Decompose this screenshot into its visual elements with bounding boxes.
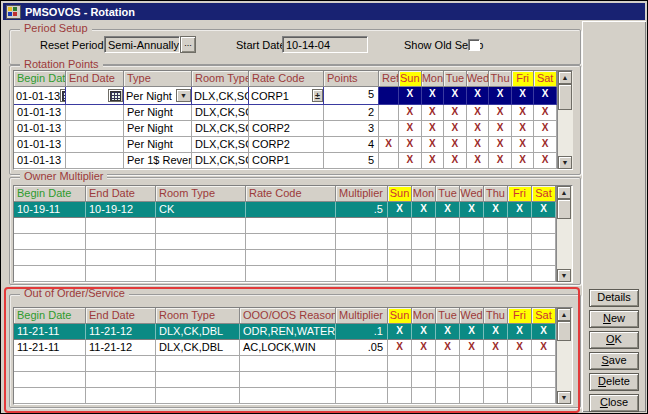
- col-multiplier[interactable]: Multiplier: [336, 186, 388, 202]
- col-room-type[interactable]: Room Type: [156, 186, 246, 202]
- room-type-cell[interactable]: DLX,CK,DBL: [156, 324, 240, 340]
- col-multiplier[interactable]: Multiplier: [336, 308, 388, 324]
- day-cell[interactable]: X: [508, 202, 532, 218]
- multiplier-cell[interactable]: .1: [336, 324, 388, 340]
- end-date-cell[interactable]: [66, 137, 124, 153]
- day-cell[interactable]: X: [508, 340, 532, 356]
- day-cell[interactable]: X: [532, 324, 556, 340]
- day-cell[interactable]: X: [399, 153, 422, 169]
- day-cell[interactable]: X: [422, 153, 445, 169]
- col-room-type[interactable]: Room Type: [156, 308, 240, 324]
- begin-date-cell[interactable]: 01-01-13: [14, 105, 66, 121]
- rotation-row[interactable]: 01-01-13 Per 1$ Revenu DLX,CK,SGK,KI COR…: [14, 153, 557, 169]
- scroll-thumb[interactable]: [557, 199, 571, 219]
- rate-code-field[interactable]: CORP1 ±: [249, 87, 324, 105]
- begin-date-cell[interactable]: 01-01-13: [14, 87, 66, 105]
- type-cell[interactable]: Per 1$ Revenu: [124, 153, 192, 169]
- end-date-cell[interactable]: 11-21-12: [86, 324, 156, 340]
- calendar-icon[interactable]: [108, 89, 123, 102]
- day-cell[interactable]: X: [532, 202, 556, 218]
- begin-date-cell[interactable]: 01-01-13: [14, 121, 66, 137]
- day-cell[interactable]: X: [460, 340, 484, 356]
- day-cell-mon[interactable]: X: [422, 87, 445, 105]
- end-date-cell[interactable]: [66, 87, 124, 105]
- day-cell[interactable]: X: [399, 121, 422, 137]
- points-cell[interactable]: 5: [324, 153, 379, 169]
- points-cell[interactable]: 3: [324, 121, 379, 137]
- scroll-up-icon[interactable]: ▲: [558, 71, 572, 84]
- day-cell[interactable]: X: [467, 137, 490, 153]
- day-cell[interactable]: X: [534, 121, 557, 137]
- rotation-row[interactable]: 01-01-13 Per Night DLX,CK,SGK,KI CORP2 3…: [14, 121, 557, 137]
- col-thu[interactable]: Thu: [484, 308, 508, 324]
- empty-row[interactable]: [14, 388, 556, 404]
- points-cell[interactable]: 4: [324, 137, 379, 153]
- reset-period-field[interactable]: Semi-Annually: [104, 36, 180, 53]
- begin-date-cell[interactable]: 01-01-13: [14, 153, 66, 169]
- ref-cell[interactable]: X: [379, 137, 399, 153]
- day-cell[interactable]: X: [388, 324, 412, 340]
- col-tue[interactable]: Tue: [444, 71, 467, 87]
- day-cell[interactable]: X: [444, 153, 467, 169]
- day-cell[interactable]: X: [460, 202, 484, 218]
- day-cell[interactable]: X: [512, 137, 535, 153]
- type-combobox[interactable]: Per Night ▼: [124, 87, 192, 105]
- day-cell[interactable]: X: [489, 121, 512, 137]
- day-cell[interactable]: X: [534, 105, 557, 121]
- day-cell[interactable]: X: [444, 137, 467, 153]
- day-cell[interactable]: X: [412, 324, 436, 340]
- empty-row[interactable]: [14, 372, 556, 388]
- col-thu[interactable]: Thu: [484, 186, 508, 202]
- ooo-row[interactable]: 11-21-11 11-21-12 DLX,CK,DBL AC,LOCK,WIN…: [14, 340, 556, 356]
- col-begin-date[interactable]: Begin Date: [14, 308, 86, 324]
- empty-row[interactable]: [14, 250, 556, 266]
- day-cell-fri[interactable]: X: [512, 87, 535, 105]
- day-cell[interactable]: X: [399, 105, 422, 121]
- rate-code-cell[interactable]: [249, 105, 324, 121]
- scroll-down-icon[interactable]: ▼: [557, 269, 571, 282]
- chevron-down-icon[interactable]: ▼: [176, 89, 191, 102]
- col-begin-date[interactable]: Begin Date: [14, 186, 86, 202]
- day-cell[interactable]: X: [422, 105, 445, 121]
- ref-cell[interactable]: [379, 121, 399, 137]
- col-wed[interactable]: Wed: [467, 71, 490, 87]
- reason-cell[interactable]: ODR,REN,WATER: [240, 324, 336, 340]
- day-cell[interactable]: X: [484, 324, 508, 340]
- day-cell[interactable]: X: [436, 324, 460, 340]
- day-cell-thu[interactable]: X: [489, 87, 512, 105]
- ooo-row-selected[interactable]: 11-21-11 11-21-12 DLX,CK,DBL ODR,REN,WAT…: [14, 324, 556, 340]
- col-rate-code[interactable]: Rate Code: [246, 186, 336, 202]
- day-cell[interactable]: X: [512, 121, 535, 137]
- titlebar[interactable]: PMSOVOS - Rotation: [3, 3, 645, 20]
- list-of-values-icon[interactable]: ±: [312, 89, 323, 102]
- end-date-cell[interactable]: [66, 105, 124, 121]
- owner-row-selected[interactable]: 10-19-11 10-19-12 CK .5 X X X X X X X: [14, 202, 556, 218]
- col-wed[interactable]: Wed: [460, 186, 484, 202]
- col-sun[interactable]: Sun: [388, 308, 412, 324]
- day-cell[interactable]: X: [444, 105, 467, 121]
- col-sun[interactable]: Sun: [399, 71, 422, 87]
- scroll-up-icon[interactable]: ▲: [557, 308, 571, 321]
- save-button[interactable]: Save: [589, 352, 639, 370]
- end-date-cell[interactable]: [66, 121, 124, 137]
- begin-date-cell[interactable]: 11-21-11: [14, 324, 86, 340]
- points-cell[interactable]: 5: [324, 87, 379, 105]
- col-fri[interactable]: Fri: [508, 308, 532, 324]
- col-ooo-reason[interactable]: OOO/OOS Reason: [240, 308, 336, 324]
- multiplier-cell[interactable]: .05: [336, 340, 388, 356]
- empty-row[interactable]: [14, 356, 556, 372]
- start-date-field[interactable]: 10-14-04: [282, 36, 368, 53]
- day-cell[interactable]: X: [444, 121, 467, 137]
- day-cell[interactable]: X: [467, 153, 490, 169]
- day-cell-tue[interactable]: X: [444, 87, 467, 105]
- col-sat[interactable]: Sat: [532, 186, 556, 202]
- day-cell[interactable]: X: [512, 153, 535, 169]
- scroll-up-icon[interactable]: ▲: [557, 186, 571, 199]
- close-button[interactable]: Close: [589, 394, 639, 412]
- day-cell[interactable]: X: [436, 202, 460, 218]
- room-type-cell[interactable]: DLX,CK,SGK,KI: [192, 105, 249, 121]
- col-room-type[interactable]: Room Type: [192, 71, 249, 87]
- col-ref[interactable]: Ref.: [379, 71, 399, 87]
- day-cell-wed[interactable]: X: [467, 87, 490, 105]
- points-cell[interactable]: 2: [324, 105, 379, 121]
